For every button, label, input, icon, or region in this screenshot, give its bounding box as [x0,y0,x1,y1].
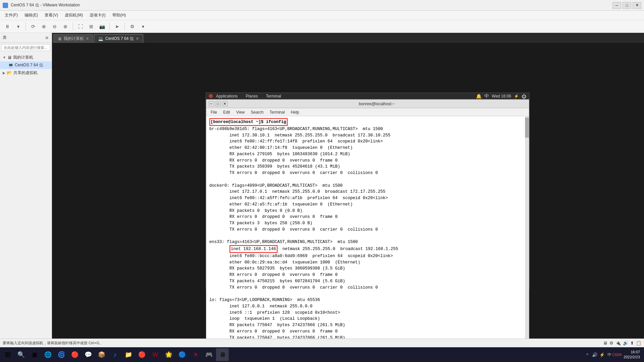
sidebar-search-input[interactable] [1,44,50,51]
centos-menu-applications[interactable]: Applications [215,93,239,99]
sidebar-item-centos[interactable]: 💻 CentOS 7 64 位 [0,61,52,69]
terminal-content[interactable]: [bonree@localhost ~]$ ifconfig br-c498b9… [206,116,529,339]
terminal-titlebar: ─ □ ✕ bonree@localhost:~ [206,100,529,108]
toolbar-btn2[interactable]: ⊕ [39,22,49,31]
terminal-menu-file[interactable]: File [208,109,220,115]
terminal-line-blank2 [209,233,526,239]
toolbar-snapshot[interactable]: 📷 [97,22,107,31]
taskbar-icon5[interactable]: 📦 [95,348,108,361]
vm-display[interactable]: Applications Places Terminal 🔔 中 Wed 16:… [52,43,644,339]
toolbar-send[interactable]: ➤ [112,22,122,31]
taskbar-chrome-icon[interactable]: 🌀 [55,348,68,361]
taskbar-search-icon[interactable]: 🔍 [15,348,28,361]
tray-network-icon[interactable]: ⚡ [599,351,605,358]
taskbar-start-button[interactable]: ⊞ [1,348,14,361]
centos-power-button[interactable]: ⏻ [522,94,526,99]
terminal-line-6: RX errors 0 dropped 0 overruns 0 frame 0 [209,157,526,164]
toolbar-pause[interactable]: ⏸ [3,22,12,31]
terminal-menu-terminal[interactable]: Terminal [267,109,287,115]
toolbar-fullscreen[interactable]: ⛶ [76,22,85,31]
taskbar-icon9[interactable]: W [149,348,162,361]
command-prompt-highlight: [bonree@localhost ~]$ ifconfig [209,118,287,126]
terminal-close-button[interactable]: ✕ [222,101,227,106]
terminal-maximize-button[interactable]: □ [215,101,221,106]
terminal-scrollbar[interactable] [525,116,529,339]
tabs-bar: 🖥 我的计算机 ✕ 💻 CentOS 7 64 位 ✕ [52,33,644,43]
terminal-line-22: RX errors 0 dropped 0 overruns 0 frame 0 [209,272,526,278]
centos-clock: Wed 16:06 [492,94,511,99]
scrollbar-thumb[interactable] [525,118,529,138]
content-area: 🖥 我的计算机 ✕ 💻 CentOS 7 64 位 ✕ [52,33,644,339]
centos-menu-terminal[interactable]: Terminal [265,93,282,99]
toolbar-power[interactable]: ⟳ [29,22,38,31]
toolbar-btn3[interactable]: ⊖ [50,22,59,31]
tray-show-hidden[interactable]: ^ [584,351,591,358]
vmware-tray-icon4[interactable]: 🔊 [623,341,628,346]
taskbar-datetime[interactable]: 16:07 2022/2/23 [621,350,643,360]
sidebar-close-button[interactable]: ✕ [45,35,49,41]
toolbar-btn4[interactable]: ⊗ [61,22,70,31]
taskbar-icon12[interactable]: ✕ [189,348,202,361]
menu-file[interactable]: 文件(F) [1,11,21,19]
main-layout: 库 ✕ ▼ 🖥 我的计算机 💻 CentOS 7 64 位 ▶ 📂 [0,33,644,339]
terminal-line-26: inet 127.0.0.1 netmask 255.0.0.0 [209,303,526,309]
vmware-tray-icon1[interactable]: 🖥 [603,341,607,346]
tray-volume-icon[interactable]: 🔊 [591,351,598,358]
toolbar-sep1 [25,22,26,31]
toolbar: ⏸ ▾ ⟳ ⊕ ⊖ ⊗ ⛶ ⊞ 📷 ➤ ⚙ ▾ [0,20,644,33]
terminal-minimize-button[interactable]: ─ [209,101,214,106]
terminal-line-1: br-c498b9e381d5: flags=4163<UP,BROADCAST… [209,126,526,132]
terminal-menu-help[interactable]: Help [288,109,302,115]
menu-tabs[interactable]: 选项卡(I) [86,11,109,19]
terminal-line-8: TX errors 0 dropped 0 overruns 0 carrier… [209,170,526,176]
taskbar-icon6[interactable]: ♪ [109,348,121,361]
taskbar-icon8[interactable]: 🔴 [136,348,148,361]
centos-menu-places[interactable]: Places [245,93,259,99]
taskbar-icon3[interactable]: 🔴 [68,348,81,361]
tab-close-centos[interactable]: ✕ [136,37,139,41]
toolbar-settings[interactable]: ⚙ [127,22,137,31]
taskbar-icon4[interactable]: 💬 [82,348,95,361]
centos-lang-icon: 中 [484,93,489,99]
menu-view[interactable]: 查看(V) [41,11,61,19]
terminal-line-5: RX packets 279105 bytes 1063483630 (1014… [209,151,526,157]
sidebar-item-shared-vms[interactable]: ▶ 📂 共享的虚拟机 [0,69,52,77]
terminal-menu-edit[interactable]: Edit [220,109,233,115]
taskbar-icon10[interactable]: 🌟 [162,348,175,361]
minimize-button[interactable]: ─ [612,2,621,9]
restore-button[interactable]: □ [623,2,631,9]
windows-taskbar: ⊞ 🔍 ▣ 🌐 🌀 🔴 💬 📦 ♪ 📁 🔴 W 🌟 🔵 ✕ 🎮 🖥 ^ 🔊 ⚡ … [0,347,644,362]
terminal-menubar: File Edit View Search Terminal Help [206,108,529,116]
vmware-tray-icon5[interactable]: ⬆ [630,341,634,346]
terminal-menu-search[interactable]: Search [248,109,266,115]
vmware-tray-icon3[interactable]: 🔌 [615,341,621,346]
taskbar-vmware-icon[interactable]: 🖥 [216,348,229,361]
toolbar-dropdown[interactable]: ▾ [13,22,23,31]
vmware-tray-icon2[interactable]: ⚙ [609,341,613,346]
taskbar-icon11[interactable]: 🔵 [176,348,189,361]
menu-edit[interactable]: 编辑(E) [21,11,41,19]
terminal-line-27: inet6 ::1 prefixlen 128 scopeid 0x10<hos… [209,309,526,316]
tab-my-computer[interactable]: 🖥 我的计算机 ✕ [53,34,93,43]
taskbar-taskview-icon[interactable]: ▣ [28,348,41,361]
vmware-tray-icon6[interactable]: 📋 [636,341,641,346]
terminal-line-31: TX packets 775047 bytes 274237866 (261.5… [209,335,526,339]
sidebar-item-my-computer[interactable]: ▼ 🖥 我的计算机 [0,54,52,61]
tab-close-my-computer[interactable]: ✕ [86,37,89,41]
tree-label-centos: CentOS 7 64 位 [15,62,43,68]
terminal-menu-view[interactable]: View [233,109,248,115]
tree-arrow-my-computer: ▼ [3,56,6,59]
taskbar-icon13[interactable]: 🎮 [203,348,215,361]
close-button[interactable]: ✕ [633,2,641,9]
menu-help[interactable]: 帮助(H) [109,11,129,19]
toolbar-unity[interactable]: ⊞ [87,22,96,31]
taskbar-edge-icon[interactable]: 🌐 [42,348,54,361]
menu-vm[interactable]: 虚拟机(M) [61,11,86,19]
centos-topbar-right: 🔔 中 Wed 16:06 ⚡ ⏻ [476,93,526,99]
tray-csdn-icon[interactable]: CSDN [613,351,620,358]
tab-centos[interactable]: 💻 CentOS 7 64 位 ✕ [94,34,143,43]
terminal-line-10: inet 172.17.0.1 netmask 255.255.0.0 broa… [209,189,526,195]
toolbar-dropdown2[interactable]: ▾ [138,22,148,31]
taskbar-icon7[interactable]: 📁 [122,348,135,361]
terminal-line-9: docker0: flags=4099<UP,BROADCAST,MULTICA… [209,182,526,189]
